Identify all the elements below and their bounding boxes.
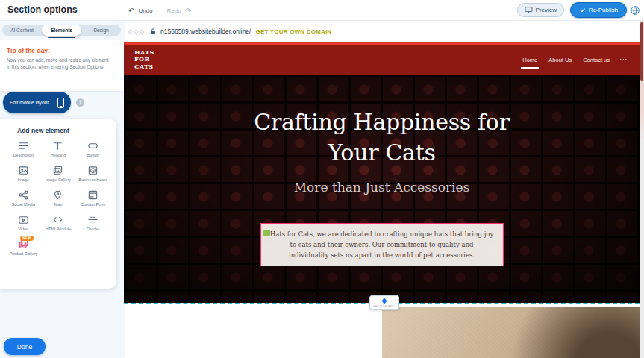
nav-item-home[interactable]: Home — [522, 57, 537, 63]
business-hours-icon — [87, 165, 99, 176]
section-end-label: SECTION END — [373, 305, 394, 308]
check-icon — [579, 7, 586, 13]
nav-item-about-us[interactable]: About Us — [548, 57, 572, 63]
element-label: HTML Module — [46, 227, 71, 232]
social-media-icon — [18, 189, 29, 201]
nav-item-contact-us[interactable]: Contact us — [583, 57, 610, 63]
element-item-social-media[interactable]: Social Media — [6, 189, 41, 207]
element-item-video[interactable]: Video — [6, 214, 41, 232]
element-label: Product Gallery — [9, 251, 37, 257]
cat-on-carpet-image[interactable] — [382, 307, 640, 358]
republish-label: Re-Publish — [589, 7, 618, 13]
element-grid: Description Heading Button Image Image G… — [0, 140, 116, 256]
browser-dot — [134, 30, 138, 34]
sidebar-divider — [6, 333, 116, 333]
image-gallery-icon — [52, 165, 63, 176]
add-new-element-panel: Add new element Description Heading Butt… — [0, 119, 116, 289]
hero-paragraph-text: Hats for Cats, we are dedicated to craft… — [270, 230, 494, 259]
element-label: Business Hours — [78, 178, 107, 183]
section-options-sidebar: AI Content Elements Design Tip of the da… — [0, 21, 124, 358]
browser-dot — [140, 30, 144, 34]
edit-mobile-layout-label: Edit mobile layout — [10, 100, 49, 105]
add-element-title: Add new element — [17, 127, 116, 134]
element-label: Social Media — [12, 202, 36, 207]
redo-button[interactable]: Redo — [167, 7, 181, 14]
done-button[interactable]: Done — [4, 338, 46, 355]
element-label: Button — [87, 153, 99, 158]
element-item-button[interactable]: Button — [75, 140, 110, 158]
element-item-description[interactable]: Description — [6, 140, 41, 158]
element-item-contact-form[interactable]: Contact Form — [75, 189, 110, 207]
hero-section[interactable]: Crafting Happiness for Your Cats More th… — [124, 75, 640, 303]
element-item-image-gallery[interactable]: Image Gallery — [41, 165, 76, 183]
top-toolbar: Section options ↶ Undo Redo ↷ Preview Re… — [0, 0, 644, 21]
undo-redo-group: ↶ Undo Redo ↷ — [128, 0, 191, 21]
site-preview: Hats For Cats Home About Us Contact us .… — [124, 42, 640, 303]
lock-icon — [149, 27, 157, 36]
redo-icon[interactable]: ↷ — [185, 7, 191, 15]
element-item-image[interactable]: Image — [6, 165, 41, 183]
hero-heading[interactable]: Crafting Happiness for Your Cats — [124, 107, 640, 168]
resize-arrow-down-icon — [382, 301, 387, 304]
map-pin-icon — [52, 189, 63, 201]
tip-of-the-day-card: Tip of the day: Now you can add, move an… — [0, 40, 124, 91]
element-label: Video — [18, 227, 28, 232]
tab-ai-content[interactable]: AI Content — [2, 25, 42, 36]
get-domain-link[interactable]: GET YOUR OWN DOMAIN — [255, 28, 331, 35]
element-label: Description — [13, 153, 34, 158]
hero-heading-line2: Your Cats — [124, 138, 640, 169]
browser-dot — [128, 30, 132, 34]
element-label: Divider — [87, 227, 99, 232]
element-label: Contact Form — [81, 202, 105, 207]
republish-button[interactable]: Re-Publish — [570, 2, 627, 18]
section-resize-handle[interactable]: SECTION END — [369, 295, 399, 310]
browser-dots — [128, 30, 144, 34]
new-badge: NEW — [20, 236, 33, 241]
element-item-product-gallery[interactable]: NEW Product Gallery — [6, 239, 41, 257]
element-label: Image Gallery — [46, 178, 71, 183]
next-site-section — [124, 304, 640, 358]
image-icon — [18, 165, 29, 176]
html-code-icon — [52, 214, 63, 225]
contact-form-icon — [87, 189, 99, 201]
language-globe-icon[interactable] — [630, 5, 640, 16]
heading-icon — [52, 140, 63, 151]
element-label: Image — [18, 178, 29, 183]
nav-more-menu[interactable]: ... — [619, 54, 628, 61]
element-item-html-module[interactable]: HTML Module — [41, 214, 76, 232]
element-label: Heading — [51, 153, 66, 158]
tab-elements[interactable]: Elements — [42, 25, 81, 36]
hero-subheading[interactable]: More than Just Accessories — [124, 180, 640, 195]
site-url[interactable]: n1566589.websitebuilder.online/ — [160, 28, 251, 35]
tip-title: Tip of the day: — [7, 47, 117, 54]
video-icon — [18, 214, 29, 225]
site-logo[interactable]: Hats For Cats — [134, 49, 170, 70]
undo-icon[interactable]: ↶ — [128, 7, 134, 15]
tip-body: Now you can add, move and resize any ele… — [7, 57, 113, 71]
info-icon[interactable]: i — [76, 98, 84, 107]
element-item-map[interactable]: Map — [41, 189, 76, 207]
divider-icon — [87, 214, 99, 225]
element-item-heading[interactable]: Heading — [41, 140, 76, 158]
selected-paragraph-element[interactable]: Hats for Cats, we are dedicated to craft… — [260, 223, 504, 266]
text-lines-icon — [18, 140, 29, 151]
website-builder-app: Section options ↶ Undo Redo ↷ Preview Re… — [0, 0, 644, 358]
page-title: Section options — [7, 4, 78, 15]
element-label: Map — [54, 202, 63, 207]
element-drag-handle[interactable] — [263, 230, 270, 236]
tab-design[interactable]: Design — [81, 25, 121, 36]
element-item-divider[interactable]: Divider — [75, 214, 110, 232]
site-nav: Home About Us Contact us — [522, 45, 610, 75]
canvas-scrollbar[interactable] — [640, 21, 644, 358]
site-address-bar: n1566589.websitebuilder.online/ GET YOUR… — [124, 21, 644, 42]
preview-button[interactable]: Preview — [517, 3, 564, 17]
monitor-icon — [525, 6, 533, 14]
preview-label: Preview — [536, 7, 557, 13]
resize-arrow-up-icon — [382, 298, 387, 301]
scrollbar-thumb[interactable] — [640, 22, 643, 81]
edit-mobile-layout-button[interactable]: Edit mobile layout — [3, 92, 71, 113]
undo-button[interactable]: Undo — [138, 7, 152, 14]
element-item-business-hours[interactable]: Business Hours — [75, 165, 110, 183]
mobile-phone-icon — [57, 98, 64, 108]
editor-canvas: n1566589.websitebuilder.online/ GET YOUR… — [124, 21, 644, 358]
